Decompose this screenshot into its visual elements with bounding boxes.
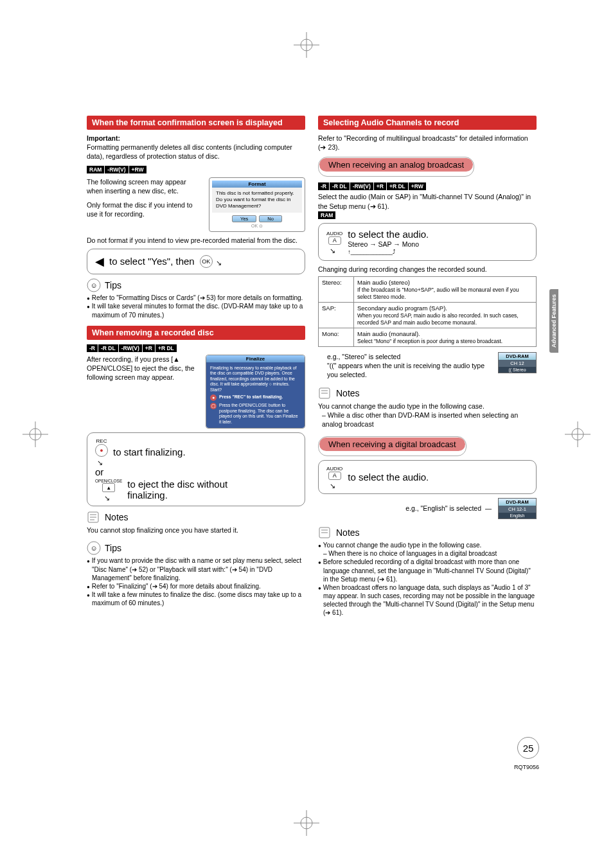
- rec-button-icon: ●: [95, 444, 108, 457]
- subhead-digital: When receiving a digital broadcast: [319, 438, 465, 451]
- crop-mark-top: [294, 32, 319, 58]
- notes-icon: [318, 386, 332, 400]
- crop-mark-bottom: [294, 810, 319, 836]
- heading-format-confirm: When the format confirmation screen is d…: [87, 116, 305, 130]
- format-p3: Do not format if you intend to view pre-…: [87, 236, 305, 245]
- tips-label-2: Tips: [105, 543, 121, 553]
- note-analog: You cannot change the audio type in the …: [318, 402, 537, 411]
- osd-example-2: DVD-RAMCH 12-1English: [498, 498, 537, 519]
- note-analog-sub: – While a disc other than DVD-RAM is ins…: [318, 411, 537, 429]
- tips-list-2: If you want to provide the disc with a n…: [87, 556, 305, 607]
- changing-note: Changing during recording changes the re…: [318, 265, 537, 274]
- notes-icon: [318, 526, 332, 540]
- disc-chips-4: RAM: [318, 211, 537, 219]
- action-select-yes: ◀ to select "Yes", then OK↘: [87, 249, 305, 274]
- doc-code: RQT9056: [514, 764, 539, 770]
- notes-label: Notes: [105, 512, 129, 522]
- eg-stereo-1: e.g., "Stereo" is selected: [327, 352, 490, 361]
- tips-list-1: Refer to "Formatting Discs or Cards" (➔ …: [87, 294, 305, 319]
- audio-button-icon: A: [328, 472, 341, 480]
- action-finalize: REC●↘ to start finalizing. or OPEN/CLOSE…: [87, 432, 305, 506]
- eg-stereo-2: "((" appears when the unit is receiving …: [327, 361, 490, 379]
- analog-instruction: Select the audio (Main or SAP) in "Multi…: [318, 192, 537, 210]
- action-select-audio-digital: AUDIOA↘ to select the audio.: [318, 460, 537, 494]
- disc-chips-1: RAM-RW(V)+RW: [87, 165, 305, 173]
- audio-mode-table: Stereo:Main audio (stereo)If the broadca…: [318, 276, 537, 347]
- important-text: Formatting permanently deletes all disc …: [87, 143, 292, 160]
- format-p1: The following screen may appear when ins…: [87, 177, 202, 195]
- format-dialog-mockup: Format This disc is not formatted proper…: [209, 177, 305, 232]
- subhead-analog: When receiving an analog broadcast: [319, 158, 473, 172]
- svg-text:☺: ☺: [90, 281, 97, 289]
- finalize-dialog-mockup: Finalize Finalizing is necessary to enab…: [206, 355, 305, 429]
- audio-intro: Refer to "Recording of multilingual broa…: [318, 134, 537, 152]
- ok-button-icon: OK: [200, 255, 213, 268]
- crop-mark-left: [22, 421, 48, 447]
- format-p2: Only format the disc if you intend to us…: [87, 200, 202, 218]
- heading-removing-disc: When removing a recorded disc: [87, 326, 305, 340]
- notes-list-digital: You cannot change the audio type in the …: [318, 541, 537, 617]
- osd-example-1: DVD-RAMCH 12(( Stereo: [498, 352, 537, 373]
- note-finalize: You cannot stop finalizing once you have…: [87, 526, 305, 535]
- tips-icon: ☺: [87, 541, 101, 555]
- notes-icon: [87, 510, 101, 524]
- eg-english: e.g., "English" is selected: [405, 504, 481, 513]
- disc-chips-3: -R-R DL-RW(V)+R+R DL+RW: [318, 182, 537, 190]
- important-label: Important:: [87, 134, 120, 142]
- notes-label-r1: Notes: [336, 388, 360, 398]
- tips-icon: ☺: [87, 278, 101, 292]
- open-close-button-icon: ▲: [102, 483, 115, 492]
- audio-button-icon: A: [328, 236, 341, 245]
- heading-audio-channels: Selecting Audio Channels to record: [318, 116, 537, 130]
- crop-mark-right: [565, 421, 591, 447]
- page-number: 25: [517, 737, 539, 759]
- tips-label: Tips: [105, 280, 121, 290]
- side-tab: Advanced Features: [549, 289, 558, 353]
- svg-text:☺: ☺: [90, 544, 97, 552]
- removing-p: After recording, if you press [▲ OPEN/CL…: [87, 355, 199, 382]
- action-select-audio-analog: AUDIOA↘ to select the audio. Stereo → SA…: [318, 223, 537, 261]
- disc-chips-2: -R-R DL-RW(V)+R+R DL: [87, 344, 305, 352]
- notes-label-r2: Notes: [336, 527, 360, 538]
